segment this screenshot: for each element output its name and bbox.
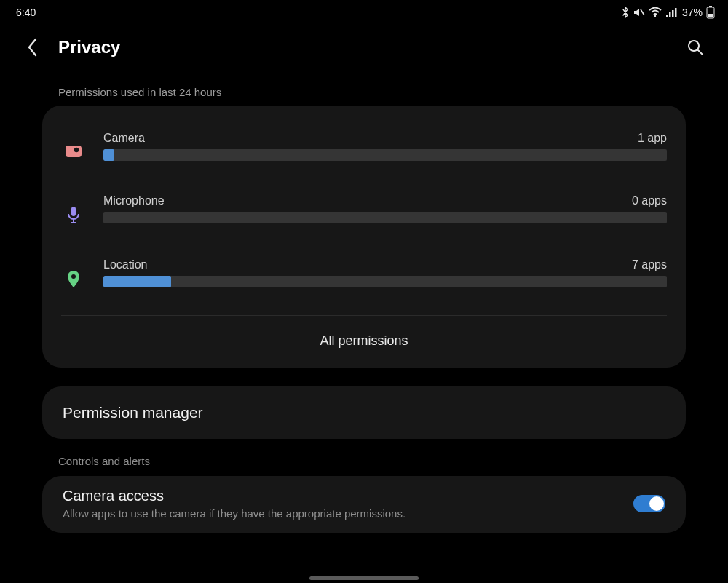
- permission-manager-item[interactable]: Permission manager: [42, 386, 686, 439]
- perm-count: 7 apps: [632, 258, 667, 271]
- controls-section-label: Controls and alerts: [42, 439, 686, 476]
- status-time: 6:40: [16, 7, 36, 18]
- perm-row-location[interactable]: Location 7 apps: [42, 251, 686, 315]
- battery-text: 37%: [682, 7, 703, 18]
- location-icon: [61, 258, 86, 289]
- perm-label: Microphone: [103, 194, 165, 207]
- svg-rect-4: [669, 12, 671, 17]
- camera-access-title: Camera access: [63, 488, 620, 504]
- perm-count: 0 apps: [632, 194, 667, 207]
- permission-manager-title: Permission manager: [63, 404, 665, 421]
- svg-rect-5: [672, 10, 674, 17]
- permissions-usage-card: Camera 1 app Microphone 0 apps: [42, 106, 686, 368]
- camera-icon: [61, 132, 86, 158]
- svg-point-2: [654, 15, 656, 17]
- usage-bar-fill: [103, 276, 171, 287]
- usage-bar-fill: [103, 149, 114, 161]
- svg-rect-6: [675, 8, 677, 17]
- search-button[interactable]: [683, 35, 708, 60]
- svg-rect-9: [708, 14, 713, 17]
- camera-access-toggle[interactable]: [633, 495, 665, 512]
- wifi-icon: [649, 7, 662, 17]
- usage-bar: [103, 276, 667, 287]
- all-permissions-button[interactable]: All permissions: [42, 316, 686, 368]
- page-title: Privacy: [58, 37, 683, 57]
- bluetooth-icon: [621, 7, 630, 18]
- perm-row-camera[interactable]: Camera 1 app: [42, 124, 686, 187]
- svg-point-13: [74, 148, 79, 152]
- camera-access-item[interactable]: Camera access Allow apps to use the came…: [42, 476, 686, 533]
- svg-point-17: [71, 274, 76, 279]
- usage-bar: [103, 149, 667, 161]
- perm-label: Location: [103, 258, 148, 271]
- perm-count: 1 app: [638, 132, 667, 145]
- status-bar: 6:40 37%: [0, 0, 728, 22]
- signal-icon: [665, 7, 677, 17]
- perm-label: Camera: [103, 132, 145, 145]
- svg-rect-14: [71, 207, 76, 216]
- camera-access-subtitle: Allow apps to use the camera if they hav…: [63, 507, 620, 520]
- status-icons: 37%: [621, 6, 715, 19]
- nav-handle[interactable]: [309, 576, 419, 580]
- switch-knob: [649, 496, 664, 511]
- back-button[interactable]: [20, 35, 45, 60]
- microphone-icon: [61, 194, 86, 225]
- perm-row-microphone[interactable]: Microphone 0 apps: [42, 187, 686, 251]
- header: Privacy: [0, 22, 728, 73]
- usage-bar: [103, 212, 667, 223]
- svg-line-11: [698, 50, 703, 55]
- svg-rect-12: [66, 146, 82, 157]
- battery-icon: [706, 6, 715, 19]
- usage-section-label: Permissions used in last 24 hours: [42, 73, 686, 106]
- chevron-left-icon: [26, 37, 39, 57]
- search-icon: [687, 39, 704, 56]
- svg-rect-3: [666, 15, 668, 17]
- mute-icon: [633, 7, 645, 17]
